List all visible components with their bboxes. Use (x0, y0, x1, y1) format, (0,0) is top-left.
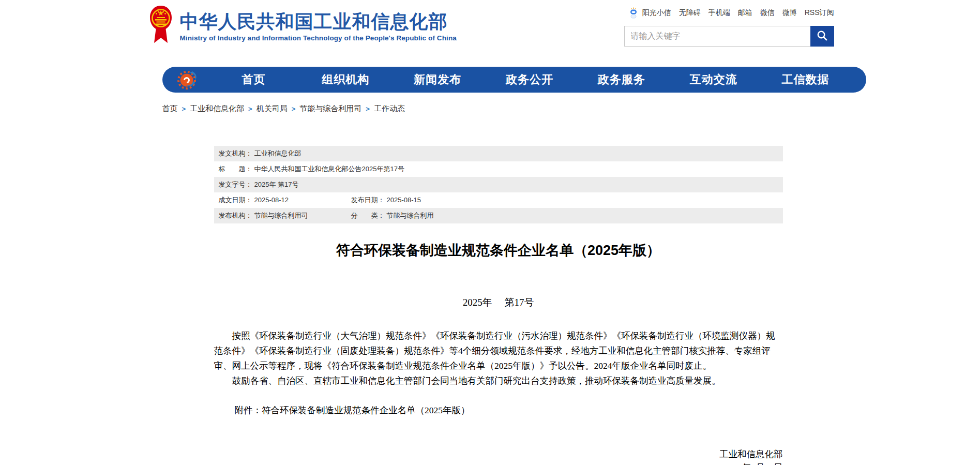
meta-label: 分 类： (351, 208, 385, 223)
meta-value: 节能与综合利用司 (254, 208, 308, 223)
site-logo-link[interactable]: 中华人民共和国工业和信息化部 Ministry of Industry and … (149, 5, 457, 48)
meta-value: 2025-08-15 (387, 192, 421, 208)
meta-row-issuing-org: 发文机构： 工业和信息化部 (214, 146, 783, 161)
brand-text: 中华人民共和国工业和信息化部 Ministry of Industry and … (180, 11, 457, 41)
top-links: 阳光小信 无障碍 手机端 邮箱 微信 微博 RSS订阅 (624, 7, 834, 19)
meta-value: 2025-08-12 (254, 192, 289, 208)
breadcrumb-departments[interactable]: 机关司局 (257, 104, 288, 113)
article-paragraph: 按照《环保装备制造行业（大气治理）规范条件》《环保装备制造行业（污水治理）规范条… (214, 328, 783, 373)
meta-label: 发布机构： (219, 208, 252, 223)
nav-item-interaction[interactable]: 互动交流 (668, 72, 760, 87)
nav-item-gov-services[interactable]: 政务服务 (576, 72, 668, 87)
document-area: 发文机构： 工业和信息化部 标 题： 中华人民共和国工业和信息化部公告2025年… (214, 146, 783, 465)
main-nav: 首页 组织机构 新闻发布 政务公开 政务服务 互动交流 工信数据 (162, 67, 866, 93)
search-button[interactable] (810, 26, 834, 47)
meta-value: 工业和信息化部 (254, 146, 301, 161)
top-link-sunshine[interactable]: 阳光小信 (642, 8, 671, 18)
meta-cell: 成文日期： 2025-08-12 (219, 192, 351, 208)
breadcrumb-energy-dept[interactable]: 节能与综合利用司 (299, 104, 361, 113)
breadcrumb-separator: > (366, 105, 370, 113)
meta-cell: 发布日期： 2025-08-15 (351, 192, 421, 208)
meta-cell: 发文字号： 2025年 第17号 (219, 177, 299, 192)
national-emblem-icon (149, 5, 173, 48)
breadcrumb-current-page[interactable]: 工作动态 (374, 104, 405, 113)
meta-value: 2025年 第17号 (254, 177, 299, 192)
meta-label: 发布日期： (351, 192, 385, 208)
search-icon (816, 29, 828, 43)
meta-label: 发文字号： (219, 177, 252, 192)
breadcrumb-separator: > (182, 105, 186, 113)
meta-cell: 分 类： 节能与综合利用 (351, 208, 434, 223)
top-link-weibo[interactable]: 微博 (782, 8, 797, 18)
top-link-mail[interactable]: 邮箱 (738, 8, 752, 18)
meta-table: 发文机构： 工业和信息化部 标 题： 中华人民共和国工业和信息化部公告2025年… (214, 146, 783, 223)
attachment-link[interactable]: 附件：符合环保装备制造业规范条件企业名单（2025年版） (214, 404, 783, 416)
page-title: 符合环保装备制造业规范条件企业名单（2025年版） (214, 242, 783, 259)
breadcrumb-home[interactable]: 首页 (162, 104, 178, 113)
meta-label: 标 题： (219, 161, 252, 177)
top-link-rss[interactable]: RSS订阅 (805, 8, 834, 18)
top-link-accessibility[interactable]: 无障碍 (679, 8, 701, 18)
top-link-mobile[interactable]: 手机端 (708, 8, 730, 18)
meta-row-publisher: 发布机构： 节能与综合利用司 分 类： 节能与综合利用 (214, 208, 783, 223)
meta-row-title: 标 题： 中华人民共和国工业和信息化部公告2025年第17号 (214, 161, 783, 177)
top-link-wechat[interactable]: 微信 (760, 8, 775, 18)
page: 中华人民共和国工业和信息化部 Ministry of Industry and … (0, 0, 980, 465)
search-box (624, 26, 834, 47)
article-paragraph: 鼓励各省、自治区、直辖市工业和信息化主管部门会同当地有关部门研究出台支持政策，推… (214, 373, 783, 388)
nav-item-news[interactable]: 新闻发布 (391, 72, 484, 87)
signature-date: 2025年8月12日 (214, 461, 783, 465)
site-title: 中华人民共和国工业和信息化部 (180, 11, 457, 32)
breadcrumb-separator: > (292, 105, 296, 113)
issue-number: 2025年 第17号 (214, 296, 783, 309)
header-right: 阳光小信 无障碍 手机端 邮箱 微信 微博 RSS订阅 (624, 5, 834, 47)
signature-org: 工业和信息化部 (214, 447, 783, 461)
article-body: 按照《环保装备制造行业（大气治理）规范条件》《环保装备制造行业（污水治理）规范条… (214, 328, 783, 388)
miit-logo-icon (177, 69, 208, 91)
meta-value: 中华人民共和国工业和信息化部公告2025年第17号 (254, 161, 404, 177)
breadcrumb-separator: > (248, 105, 252, 113)
search-input[interactable] (624, 26, 810, 47)
breadcrumb-miit[interactable]: 工业和信息化部 (190, 104, 244, 113)
meta-label: 发文机构： (219, 146, 252, 161)
nav-item-home[interactable]: 首页 (208, 72, 300, 87)
breadcrumb: 首页>工业和信息化部>机关司局>节能与综合利用司>工作动态 (162, 104, 834, 114)
meta-cell: 发布机构： 节能与综合利用司 (219, 208, 351, 223)
nav-items: 首页 组织机构 新闻发布 政务公开 政务服务 互动交流 工信数据 (208, 72, 852, 87)
meta-label: 成文日期： (219, 192, 252, 208)
meta-row-doc-number: 发文字号： 2025年 第17号 (214, 177, 783, 192)
meta-cell: 标 题： 中华人民共和国工业和信息化部公告2025年第17号 (219, 161, 404, 177)
meta-value: 节能与综合利用 (387, 208, 434, 223)
sunshine-mascot-icon (628, 7, 639, 19)
nav-item-organization[interactable]: 组织机构 (299, 72, 391, 87)
signature-block: 工业和信息化部 2025年8月12日 (214, 447, 783, 465)
site-subtitle-en: Ministry of Industry and Information Tec… (180, 34, 457, 42)
meta-cell: 发文机构： 工业和信息化部 (219, 146, 301, 161)
nav-item-gov-disclosure[interactable]: 政务公开 (484, 72, 576, 87)
site-header: 中华人民共和国工业和信息化部 Ministry of Industry and … (146, 0, 834, 57)
nav-item-data[interactable]: 工信数据 (760, 72, 852, 87)
meta-row-dates: 成文日期： 2025-08-12 发布日期： 2025-08-15 (214, 192, 783, 208)
